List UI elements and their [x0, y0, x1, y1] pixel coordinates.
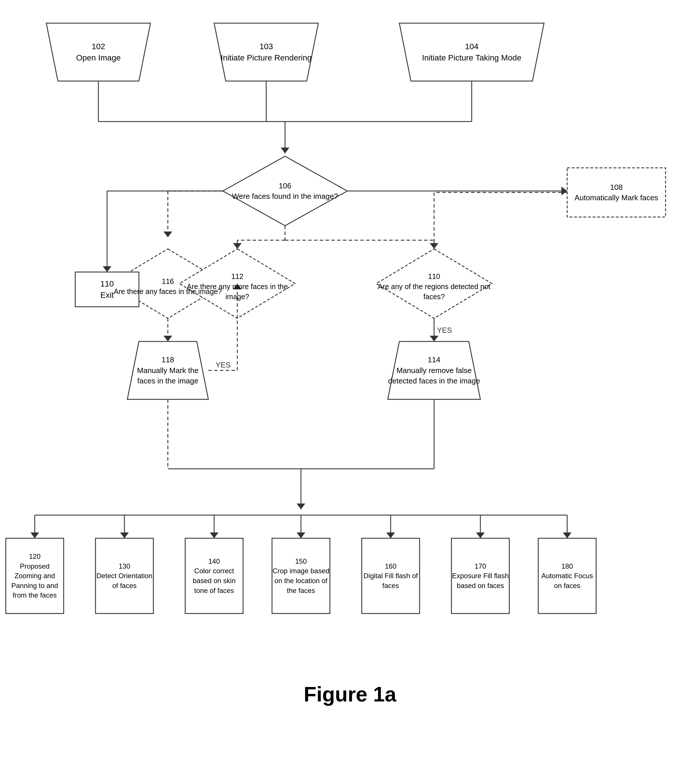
node-103: 103 Initiate Picture Rendering	[214, 23, 318, 81]
node-130: 130 Detect Orientation of faces	[95, 538, 154, 614]
node-104: 104 Initiate Picture Taking Mode	[399, 23, 544, 81]
node-160: 160 Digital Fill flash of faces	[362, 538, 420, 614]
node-112: 112 Are there any more faces in the imag…	[179, 255, 295, 318]
node-114: 114 Manually remove false detected faces…	[388, 342, 480, 399]
svg-marker-55	[386, 532, 395, 538]
figure-title: Figure 1a	[0, 682, 700, 706]
node-118: 118 Manually Mark the faces in the image	[127, 342, 208, 399]
node-150: 150 Crop image based on the location of …	[272, 538, 330, 614]
node-106: 106 Were faces found in the image?	[223, 159, 347, 223]
svg-marker-51	[210, 532, 219, 538]
svg-marker-59	[563, 532, 572, 538]
node-108: 108 Automatically Mark faces	[567, 168, 665, 217]
svg-marker-49	[120, 532, 129, 538]
node-170: 170 Exposure Fill flash based on faces	[451, 538, 509, 614]
svg-text:YES: YES	[215, 361, 231, 369]
node-102: 102 Open Image	[46, 23, 150, 81]
node-120: 120 Proposed Zooming and Panning to and …	[6, 538, 64, 614]
diagram-container: YES YES 102 Open Image 103 Initiate Pict…	[0, 0, 700, 723]
svg-marker-21	[233, 243, 242, 249]
svg-marker-34	[430, 336, 439, 342]
svg-text:YES: YES	[437, 326, 452, 334]
node-140: 140 Color correct based on skin tone of …	[185, 538, 243, 614]
svg-marker-57	[476, 532, 485, 538]
svg-marker-8	[281, 147, 289, 154]
svg-marker-15	[163, 231, 172, 237]
svg-marker-32	[163, 336, 172, 342]
svg-marker-44	[297, 503, 305, 509]
node-110-reg: 110 Are any of the regions detected not …	[375, 255, 493, 318]
svg-marker-53	[297, 532, 305, 538]
svg-marker-47	[30, 532, 39, 538]
svg-marker-17	[561, 187, 567, 195]
node-180: 180 Automatic Focus on faces	[538, 538, 596, 614]
svg-marker-24	[430, 243, 439, 249]
